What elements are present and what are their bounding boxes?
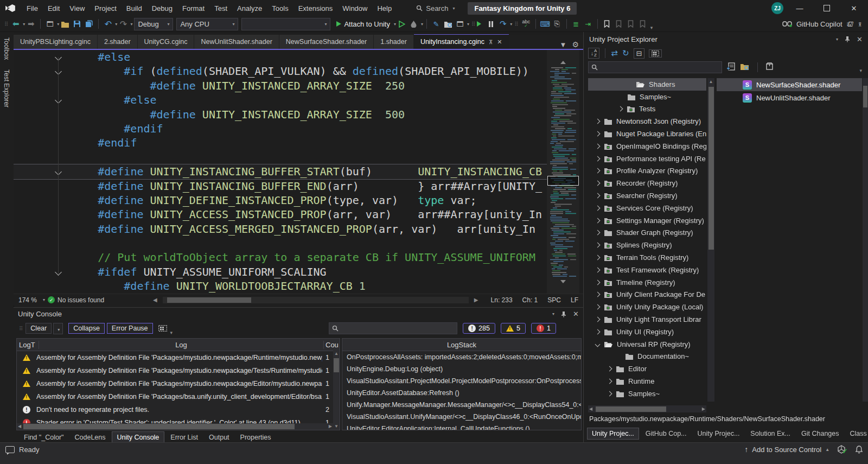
undo-button[interactable]: ↶ bbox=[103, 18, 113, 30]
chevron-right-icon[interactable] bbox=[595, 292, 601, 297]
chevron-right-icon[interactable] bbox=[595, 181, 601, 186]
code-line[interactable]: #define UNITY_INSTANCED_ARRAY_SIZE 250 bbox=[14, 79, 547, 93]
feedback-bubble-icon[interactable] bbox=[5, 446, 15, 453]
menu-test[interactable]: Test bbox=[209, 0, 232, 16]
active-files-list-icon[interactable]: ▼ bbox=[560, 41, 567, 49]
code-line[interactable]: #define UNITY_INSTANCING_BUFFER_END(arr)… bbox=[14, 179, 547, 193]
chevron-right-icon[interactable] bbox=[607, 366, 612, 372]
notifications-bell-icon[interactable] bbox=[856, 446, 863, 454]
chevron-right-icon[interactable] bbox=[618, 106, 623, 112]
chevron-right-icon[interactable] bbox=[595, 131, 601, 137]
code-gutter[interactable] bbox=[14, 93, 72, 107]
share-icon[interactable]: 🖅 bbox=[847, 20, 854, 28]
next-bookmark-button[interactable] bbox=[626, 18, 636, 30]
tree-item-editor[interactable]: Editor bbox=[588, 363, 706, 375]
minimap-viewport[interactable] bbox=[547, 176, 579, 186]
chevron-right-icon[interactable] bbox=[595, 304, 601, 310]
log-vscrollbar[interactable]: ▲ ▼ bbox=[333, 351, 340, 430]
tree-item-splines--registry-[interactable]: Splines (Registry) bbox=[588, 239, 706, 251]
explorer-pin-icon[interactable] bbox=[845, 36, 850, 42]
startup-project-dropdown[interactable]: ▾ bbox=[241, 18, 330, 30]
menu-tools[interactable]: Tools bbox=[267, 0, 293, 16]
chevron-right-icon[interactable] bbox=[607, 391, 612, 396]
menu-analyze[interactable]: Analyze bbox=[232, 0, 267, 16]
files-vscroll-thumb[interactable] bbox=[863, 86, 867, 107]
console-overflow-icon[interactable]: ▾ bbox=[170, 330, 173, 336]
tree-item-unity-ui--registry-[interactable]: Unity UI (Registry) bbox=[588, 326, 706, 338]
clear-button[interactable]: Clear bbox=[25, 323, 52, 334]
platform-dropdown[interactable]: Any CPU▾ bbox=[176, 18, 238, 30]
avatar[interactable]: ZJ bbox=[771, 2, 783, 14]
code-line[interactable]: #define UNITY_ACCESS_MERGED_INSTANCED_PR… bbox=[14, 222, 547, 236]
tree-item-profile-analyzer--registry-[interactable]: Profile Analyzer (Registry) bbox=[588, 165, 706, 177]
save-button[interactable] bbox=[72, 18, 82, 30]
caret-browse-button[interactable]: ⌨ bbox=[540, 18, 551, 30]
chevron-right-icon[interactable] bbox=[595, 143, 601, 149]
collapse-all-button[interactable]: ⊟ bbox=[634, 48, 645, 59]
log-row[interactable]: Assembly for Assembly Definition File 'P… bbox=[17, 364, 340, 377]
code-line[interactable]: #else bbox=[14, 50, 547, 64]
code-gutter[interactable] bbox=[14, 150, 72, 164]
tab-1.shader[interactable]: 1.shader bbox=[374, 35, 413, 49]
code-line[interactable] bbox=[14, 150, 547, 164]
error-count-badge[interactable]: ! 1 bbox=[531, 323, 556, 334]
tree-hscroll-thumb[interactable] bbox=[596, 406, 666, 412]
pin-tab-icon[interactable]: ⊼ bbox=[489, 39, 493, 45]
unity-connection-icon[interactable]: ✓ bbox=[837, 444, 848, 455]
menu-project[interactable]: Project bbox=[90, 0, 121, 16]
close-button[interactable]: ✕ bbox=[843, 0, 865, 16]
file-item-newsurfaceshader-shader[interactable]: SNewSurfaceShader.shader bbox=[717, 78, 862, 91]
log-row[interactable]: Assembly for Assembly Definition File 'P… bbox=[17, 351, 340, 364]
tree-item-recorder--registry-[interactable]: Recorder (Registry) bbox=[588, 177, 706, 189]
prev-bookmark-button[interactable] bbox=[614, 18, 624, 30]
pause-button[interactable] bbox=[486, 18, 496, 30]
code-line[interactable]: #define UNITY_INSTANCED_ARRAY_SIZE 500 bbox=[14, 107, 547, 122]
tab-NewSurfaceShader.shader[interactable]: NewSurfaceShader.shader bbox=[279, 35, 373, 49]
spell-check-button[interactable]: abc✓ bbox=[521, 18, 532, 30]
code-gutter[interactable] bbox=[14, 236, 72, 250]
code-gutter[interactable] bbox=[14, 279, 72, 293]
code-line[interactable]: #endif bbox=[14, 122, 547, 136]
code-gutter[interactable] bbox=[14, 265, 72, 279]
menu-format[interactable]: Format bbox=[177, 0, 209, 16]
hot-reload-button[interactable] bbox=[409, 18, 419, 30]
toolbox-tab[interactable]: Toolbox bbox=[3, 37, 10, 60]
line-indicator[interactable]: Ln: 233 bbox=[486, 296, 518, 304]
code-gutter[interactable] bbox=[14, 136, 72, 150]
code-line[interactable]: #define UNITY_DEFINE_INSTANCED_PROP(type… bbox=[14, 193, 547, 207]
minimap[interactable] bbox=[547, 50, 579, 294]
issues-status[interactable]: No issues found bbox=[58, 296, 104, 304]
stack-frame[interactable]: UnityEngine.Debug:Log (object) bbox=[342, 363, 581, 375]
log-row[interactable]: Assembly for Assembly Definition File 'P… bbox=[17, 377, 340, 390]
tree-item-newtonsoft-json--registry-[interactable]: Newtonsoft Json (Registry) bbox=[588, 115, 706, 128]
source-control-button[interactable]: ↑ Add to Source Control ▲ bbox=[744, 445, 829, 454]
editor-hscrollbar[interactable] bbox=[163, 297, 469, 303]
tree-item-samples-[interactable]: Samples~ bbox=[588, 91, 706, 103]
menu-view[interactable]: View bbox=[65, 0, 90, 16]
tree-item-unify-client-package-for-de[interactable]: Unify Client Package For De bbox=[588, 289, 706, 301]
code-gutter[interactable] bbox=[14, 122, 72, 136]
tree-item-shaderlibrary[interactable]: ShaderLibrary bbox=[588, 400, 706, 402]
file-item-newunlitshader-shader[interactable]: SNewUnlitShader.shader bbox=[717, 91, 862, 104]
code-line[interactable] bbox=[14, 236, 547, 250]
editor-gear-icon[interactable]: ⚙ bbox=[572, 40, 579, 49]
tree-item-settings-manager--registry-[interactable]: Settings Manager (Registry) bbox=[588, 214, 706, 227]
warning-count-badge[interactable]: 5 bbox=[501, 323, 526, 334]
tree-item-test-framework--registry-[interactable]: Test Framework (Registry) bbox=[588, 264, 706, 276]
chevron-right-icon[interactable] bbox=[595, 317, 601, 322]
eol-indicator[interactable]: LF bbox=[566, 296, 583, 304]
code-line[interactable]: #else bbox=[14, 93, 547, 107]
code-gutter[interactable] bbox=[14, 250, 72, 264]
menu-debug[interactable]: Debug bbox=[147, 0, 177, 16]
tree-item-samples-[interactable]: Samples~ bbox=[588, 387, 706, 400]
menu-file[interactable]: File bbox=[22, 0, 43, 16]
zoom-caret-icon[interactable]: ▾ bbox=[43, 297, 45, 302]
tree-item-searcher--registry-[interactable]: Searcher (Registry) bbox=[588, 189, 706, 202]
code-gutter[interactable] bbox=[14, 50, 72, 64]
tab-2.shader[interactable]: 2.shader bbox=[98, 35, 137, 49]
explorer-overflow-icon[interactable]: ▾ bbox=[859, 68, 862, 74]
files-vscrollbar[interactable] bbox=[863, 78, 868, 402]
code-area[interactable]: #else #if (defined(SHADER_API_VULKAN) &&… bbox=[14, 50, 547, 294]
close-tab-icon[interactable]: ✕ bbox=[497, 39, 502, 46]
code-gutter[interactable] bbox=[14, 79, 72, 93]
